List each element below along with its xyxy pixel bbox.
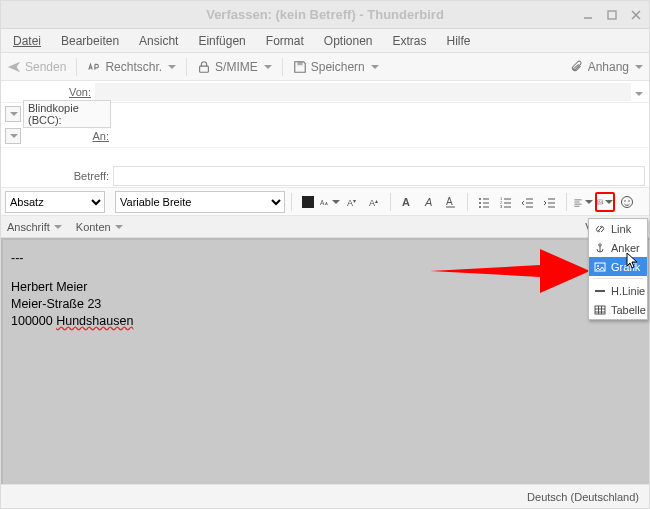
insert-object-button[interactable] bbox=[595, 192, 615, 212]
bcc-toggle[interactable] bbox=[5, 106, 21, 122]
bcc-row: Blindkopie (BCC): bbox=[1, 103, 649, 125]
align-button[interactable] bbox=[573, 192, 593, 212]
headers: Von: Blindkopie (BCC): An: Betreff: bbox=[1, 81, 649, 188]
toolbar-separator bbox=[76, 58, 77, 76]
font-size-decrease[interactable]: A▾ bbox=[342, 192, 362, 212]
subject-field[interactable] bbox=[113, 166, 645, 186]
svg-rect-3 bbox=[302, 196, 314, 208]
save-button[interactable]: Speichern bbox=[293, 60, 379, 74]
konten-button[interactable]: Konten bbox=[76, 221, 123, 233]
svg-text:A: A bbox=[320, 198, 325, 205]
svg-point-14 bbox=[479, 202, 481, 204]
menu-hilfe[interactable]: Hilfe bbox=[439, 32, 479, 50]
svg-point-26 bbox=[597, 265, 599, 267]
insert-hline-item[interactable]: H.Linie bbox=[589, 281, 647, 300]
svg-point-15 bbox=[479, 206, 481, 208]
from-dropdown[interactable] bbox=[631, 85, 645, 99]
message-body[interactable]: --- Herbert Meier Meier-Straße 23 100000… bbox=[1, 238, 649, 484]
toolbar: Senden Rechtschr. S/MIME Speichern Anhan… bbox=[1, 53, 649, 81]
anschrift-button[interactable]: Anschrift bbox=[7, 221, 62, 233]
bullet-list-button[interactable] bbox=[474, 192, 494, 212]
svg-text:▴: ▴ bbox=[375, 198, 378, 204]
outdent-button[interactable] bbox=[518, 192, 538, 212]
svg-rect-2 bbox=[297, 61, 302, 65]
subject-row: Betreff: bbox=[1, 165, 649, 187]
toolbar-separator bbox=[282, 58, 283, 76]
svg-point-20 bbox=[599, 201, 600, 202]
bcc-label[interactable]: Blindkopie (BCC): bbox=[23, 100, 115, 128]
to-row: An: bbox=[1, 125, 649, 147]
compose-window: Verfassen: (kein Betreff) - Thunderbird … bbox=[0, 0, 650, 509]
paragraph-style-select[interactable]: Absatz bbox=[5, 191, 105, 213]
svg-text:A: A bbox=[402, 196, 410, 208]
menubar: Datei Bearbeiten Ansicht Einfügen Format… bbox=[1, 29, 649, 53]
signature-separator: --- bbox=[11, 250, 641, 267]
send-button[interactable]: Senden bbox=[7, 60, 66, 74]
underline-button[interactable]: A bbox=[441, 192, 461, 212]
menu-separator bbox=[593, 278, 643, 279]
svg-text:A: A bbox=[325, 200, 328, 205]
svg-rect-0 bbox=[608, 11, 616, 19]
bcc-field[interactable] bbox=[115, 105, 645, 123]
svg-text:A: A bbox=[424, 196, 432, 208]
statusbar: Deutsch (Deutschland) bbox=[1, 484, 649, 508]
menu-datei[interactable]: Datei bbox=[5, 32, 49, 50]
menu-format[interactable]: Format bbox=[258, 32, 312, 50]
to-label: An: bbox=[23, 130, 113, 142]
svg-rect-27 bbox=[595, 306, 605, 314]
font-size-button[interactable]: AA bbox=[320, 192, 340, 212]
number-list-button[interactable]: 123 bbox=[496, 192, 516, 212]
close-button[interactable] bbox=[629, 8, 643, 22]
svg-text:A: A bbox=[446, 196, 453, 207]
to-toggle[interactable] bbox=[5, 128, 21, 144]
svg-point-24 bbox=[599, 243, 601, 245]
text-color-button[interactable] bbox=[298, 192, 318, 212]
indent-button[interactable] bbox=[540, 192, 560, 212]
insert-image-item[interactable]: Grafik bbox=[589, 257, 647, 276]
svg-rect-1 bbox=[200, 66, 209, 72]
quicktext-bar: Anschrift Konten Variablen bbox=[1, 216, 649, 238]
titlebar: Verfassen: (kein Betreff) - Thunderbird bbox=[1, 1, 649, 29]
insert-link-item[interactable]: Link bbox=[589, 219, 647, 238]
svg-text:▾: ▾ bbox=[353, 198, 356, 204]
attach-button[interactable]: Anhang bbox=[570, 60, 643, 74]
status-language[interactable]: Deutsch (Deutschland) bbox=[527, 491, 639, 503]
svg-text:3: 3 bbox=[500, 204, 503, 209]
svg-point-13 bbox=[479, 198, 481, 200]
bold-button[interactable]: A bbox=[397, 192, 417, 212]
subject-label: Betreff: bbox=[5, 170, 113, 182]
to-field[interactable] bbox=[113, 127, 645, 145]
from-label: Von: bbox=[5, 86, 95, 98]
svg-point-23 bbox=[628, 200, 630, 202]
maximize-button[interactable] bbox=[605, 8, 619, 22]
signature: --- Herbert Meier Meier-Straße 23 100000… bbox=[11, 250, 641, 330]
font-size-increase[interactable]: A▴ bbox=[364, 192, 384, 212]
spellcheck-button[interactable]: Rechtschr. bbox=[87, 60, 176, 74]
insert-menu: Link Anker Grafik H.Linie Tabelle bbox=[588, 218, 648, 320]
font-family-select[interactable]: Variable Breite bbox=[115, 191, 285, 213]
menu-bearbeiten[interactable]: Bearbeiten bbox=[53, 32, 127, 50]
insert-table-item[interactable]: Tabelle bbox=[589, 300, 647, 319]
signature-city-line: 100000 Hundshausen bbox=[11, 313, 641, 330]
menu-ansicht[interactable]: Ansicht bbox=[131, 32, 186, 50]
insert-anchor-item[interactable]: Anker bbox=[589, 238, 647, 257]
minimize-button[interactable] bbox=[581, 8, 595, 22]
menu-extras[interactable]: Extras bbox=[385, 32, 435, 50]
window-title: Verfassen: (kein Betreff) - Thunderbird bbox=[0, 7, 650, 22]
svg-point-22 bbox=[624, 200, 626, 202]
format-toolbar: Absatz Variable Breite AA A▾ A▴ A A A 12… bbox=[1, 188, 649, 216]
italic-button[interactable]: A bbox=[419, 192, 439, 212]
signature-name: Herbert Meier bbox=[11, 279, 641, 296]
smime-button[interactable]: S/MIME bbox=[197, 60, 272, 74]
menu-optionen[interactable]: Optionen bbox=[316, 32, 381, 50]
signature-street: Meier-Straße 23 bbox=[11, 296, 641, 313]
svg-point-21 bbox=[622, 196, 633, 207]
menu-einfuegen[interactable]: Einfügen bbox=[190, 32, 253, 50]
toolbar-separator bbox=[186, 58, 187, 76]
from-field[interactable] bbox=[95, 83, 631, 101]
emoji-button[interactable] bbox=[617, 192, 637, 212]
